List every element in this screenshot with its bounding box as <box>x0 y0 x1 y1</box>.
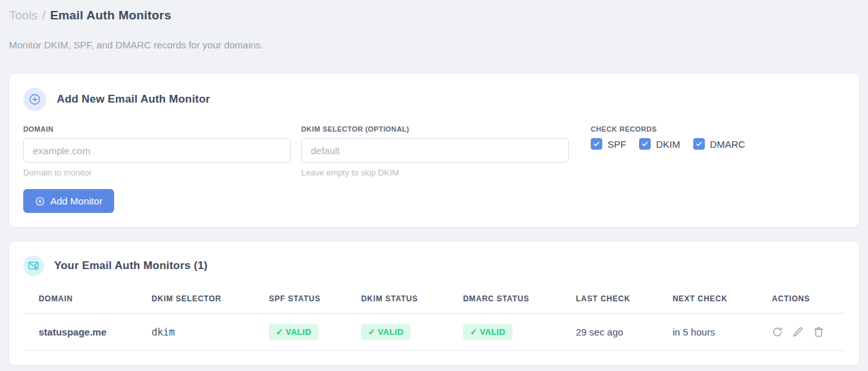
domain-helper-text: Domain to monitor <box>23 168 291 177</box>
breadcrumb: Tools/Email Auth Monitors <box>9 8 859 23</box>
monitors-card: Your Email Auth Monitors (1) DOMAIN DKIM… <box>9 241 859 365</box>
dkim-checkbox-label: DKIM <box>656 139 680 150</box>
breadcrumb-tools-link[interactable]: Tools <box>9 8 37 22</box>
column-header-dkim-status: DKIM STATUS <box>346 284 448 314</box>
check-records-options: SPF DKIM DMARC <box>591 138 745 150</box>
column-header-last-check: LAST CHECK <box>560 284 657 314</box>
column-header-dkim-selector: DKIM SELECTOR <box>136 284 253 314</box>
monitor-spf-status-cell: ✓ VALID <box>253 314 346 351</box>
check-records-group: CHECK RECORDS SPF DKIM <box>591 125 745 150</box>
column-header-actions: ACTIONS <box>756 284 845 314</box>
dmarc-checkbox[interactable] <box>693 138 705 150</box>
row-actions <box>772 326 842 337</box>
email-auth-monitors-page: Tools/Email Auth Monitors Monitor DKIM, … <box>0 0 868 365</box>
dkim-status-badge: ✓ VALID <box>361 324 411 340</box>
dkim-checkbox[interactable] <box>639 138 651 150</box>
monitor-dmarc-status-cell: ✓ VALID <box>448 314 560 351</box>
page-subtitle: Monitor DKIM, SPF, and DMARC records for… <box>9 39 859 50</box>
add-monitor-card: Add New Email Auth Monitor DOMAIN Domain… <box>9 74 859 227</box>
spf-checkbox-label: SPF <box>607 139 626 150</box>
monitors-card-header: Your Email Auth Monitors (1) <box>23 256 845 276</box>
check-icon <box>593 140 600 148</box>
monitor-domain: statuspage.me <box>23 314 136 351</box>
spf-status-badge: ✓ VALID <box>269 324 319 340</box>
check-records-label: CHECK RECORDS <box>591 125 745 133</box>
dkim-selector-input[interactable] <box>301 138 569 163</box>
spf-checkbox[interactable] <box>591 138 602 150</box>
monitor-last-check: 29 sec ago <box>560 314 657 351</box>
refresh-icon[interactable] <box>772 326 783 337</box>
monitors-card-title: Your Email Auth Monitors (1) <box>54 259 208 272</box>
column-header-spf-status: SPF STATUS <box>253 284 346 314</box>
dkim-selector-label: DKIM SELECTOR (OPTIONAL) <box>301 125 569 133</box>
page-header: Tools/Email Auth Monitors Monitor DKIM, … <box>9 8 859 50</box>
domain-field-group: DOMAIN Domain to monitor <box>23 125 291 177</box>
column-header-domain: DOMAIN <box>23 284 136 314</box>
page-title: Email Auth Monitors <box>50 8 172 22</box>
add-monitor-button[interactable]: Add Monitor <box>23 189 114 213</box>
add-monitor-card-header: Add New Email Auth Monitor <box>23 88 845 111</box>
monitors-table: DOMAIN DKIM SELECTOR SPF STATUS DKIM STA… <box>23 284 845 351</box>
monitor-dkim-selector: dkim <box>136 314 253 351</box>
add-monitor-button-label: Add Monitor <box>50 196 103 206</box>
dmarc-checkbox-label: DMARC <box>710 139 745 150</box>
check-icon <box>695 140 703 148</box>
circle-plus-icon <box>23 88 46 111</box>
add-monitor-card-title: Add New Email Auth Monitor <box>57 93 210 106</box>
circle-plus-icon <box>35 196 45 206</box>
spf-checkbox-option[interactable]: SPF <box>591 138 626 150</box>
monitor-actions-cell <box>756 314 845 351</box>
monitors-table-head: DOMAIN DKIM SELECTOR SPF STATUS DKIM STA… <box>23 284 845 314</box>
monitor-dkim-status-cell: ✓ VALID <box>346 314 448 351</box>
table-row: statuspage.me dkim ✓ VALID ✓ VALID ✓ VAL… <box>23 314 845 351</box>
dkim-checkbox-option[interactable]: DKIM <box>639 138 680 150</box>
add-monitor-form: DOMAIN Domain to monitor DKIM SELECTOR (… <box>23 125 845 177</box>
monitor-next-check: in 5 hours <box>657 314 756 351</box>
column-header-dmarc-status: DMARC STATUS <box>448 284 560 314</box>
dmarc-status-badge: ✓ VALID <box>463 324 513 340</box>
breadcrumb-separator: / <box>42 8 45 22</box>
domain-label: DOMAIN <box>23 125 291 133</box>
dkim-selector-field-group: DKIM SELECTOR (OPTIONAL) Leave empty to … <box>301 125 569 177</box>
monitors-table-body: statuspage.me dkim ✓ VALID ✓ VALID ✓ VAL… <box>23 314 845 351</box>
domain-input[interactable] <box>23 138 291 163</box>
dkim-selector-helper-text: Leave empty to skip DKIM <box>301 168 569 177</box>
check-icon <box>641 140 649 148</box>
delete-icon[interactable] <box>813 326 824 337</box>
column-header-next-check: NEXT CHECK <box>657 284 756 314</box>
edit-icon[interactable] <box>793 326 804 337</box>
envelope-check-icon <box>23 256 44 276</box>
dmarc-checkbox-option[interactable]: DMARC <box>693 138 745 150</box>
